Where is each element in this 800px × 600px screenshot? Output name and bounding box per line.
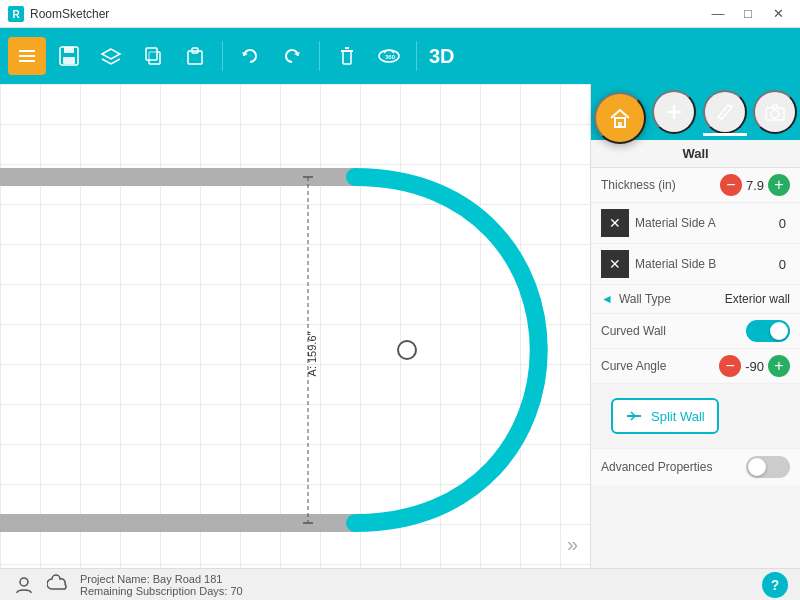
bottom-bar: Project Name: Bay Road 181 Remaining Sub…: [0, 568, 800, 600]
wall-type-value: Exterior wall: [725, 292, 790, 306]
svg-point-23: [398, 341, 416, 359]
main-area: A: 159.6" »: [0, 84, 800, 568]
cloud-button[interactable]: [46, 573, 70, 597]
3d-label: 3D: [429, 45, 455, 68]
svg-rect-28: [618, 122, 622, 127]
svg-text:360: 360: [385, 54, 396, 60]
user-button[interactable]: [12, 573, 36, 597]
separator-1: [222, 41, 223, 71]
svg-point-36: [20, 578, 28, 586]
curved-wall-toggle[interactable]: [746, 320, 790, 342]
split-wall-container: Split Wall: [591, 384, 800, 448]
material-a-icon: [601, 209, 629, 237]
curved-wall-toggle-thumb: [770, 322, 788, 340]
curve-angle-minus-button[interactable]: −: [719, 355, 741, 377]
curved-wall-row: Curved Wall: [591, 314, 800, 349]
panel-section-title: Wall: [591, 140, 800, 168]
redo-button[interactable]: [273, 37, 311, 75]
right-panel: Wall Thickness (in) − 7.9 + Material Sid…: [590, 84, 800, 568]
split-wall-button[interactable]: Split Wall: [611, 398, 719, 434]
grid-canvas: A: 159.6": [0, 84, 590, 568]
separator-2: [319, 41, 320, 71]
copy-button[interactable]: [134, 37, 172, 75]
layers-icon: [100, 45, 122, 67]
curve-angle-plus-button[interactable]: +: [768, 355, 790, 377]
add-icon: [663, 101, 685, 123]
curve-angle-label: Curve Angle: [601, 359, 719, 373]
minimize-button[interactable]: —: [704, 3, 732, 25]
material-b-row: Material Side B 0: [591, 244, 800, 285]
curve-angle-row: Curve Angle − -90 +: [591, 349, 800, 384]
undo-button[interactable]: [231, 37, 269, 75]
panel-tab-edit-container: [703, 90, 747, 134]
advanced-properties-row: Advanced Properties: [591, 448, 800, 485]
thickness-label: Thickness (in): [601, 178, 720, 192]
360-button[interactable]: 360: [370, 37, 408, 75]
svg-rect-19: [0, 168, 355, 186]
material-b-label: Material Side B: [635, 257, 775, 271]
project-info: Project Name: Bay Road 181 Remaining Sub…: [80, 573, 243, 597]
paste-icon: [184, 45, 206, 67]
material-b-value: 0: [779, 257, 786, 272]
svg-rect-2: [19, 50, 35, 52]
menu-icon: [17, 46, 37, 66]
title-bar: R RoomSketcher — □ ✕: [0, 0, 800, 28]
wall-type-row[interactable]: ◄ Wall Type Exterior wall: [591, 285, 800, 314]
maximize-button[interactable]: □: [734, 3, 762, 25]
save-icon: [58, 45, 80, 67]
layers-button[interactable]: [92, 37, 130, 75]
svg-rect-18: [0, 84, 590, 568]
project-name: Project Name: Bay Road 181: [80, 573, 243, 585]
advanced-label: Advanced Properties: [601, 460, 746, 474]
advanced-toggle-thumb: [748, 458, 766, 476]
toolbar: 360 3D: [0, 28, 800, 84]
save-button[interactable]: [50, 37, 88, 75]
svg-rect-21: [0, 514, 355, 532]
app-title: RoomSketcher: [30, 7, 109, 21]
help-button[interactable]: ?: [762, 572, 788, 598]
user-icon: [14, 575, 34, 595]
split-wall-label: Split Wall: [651, 409, 705, 424]
close-button[interactable]: ✕: [764, 3, 792, 25]
panel-tab-home[interactable]: [594, 92, 646, 144]
thickness-minus-button[interactable]: −: [720, 174, 742, 196]
material-a-row: Material Side A 0: [591, 203, 800, 244]
wall-type-label: Wall Type: [619, 292, 725, 306]
menu-button[interactable]: [8, 37, 46, 75]
copy-icon: [142, 45, 164, 67]
svg-line-31: [728, 105, 732, 107]
svg-rect-7: [63, 57, 75, 64]
thickness-value: 7.9: [746, 178, 764, 193]
svg-line-32: [718, 117, 722, 119]
cloud-icon: [47, 574, 69, 596]
svg-rect-3: [19, 55, 35, 57]
panel-tab-add[interactable]: [652, 90, 696, 134]
redo-icon: [281, 45, 303, 67]
panel-tab-camera[interactable]: [753, 90, 797, 134]
svg-rect-4: [19, 60, 35, 62]
material-a-label: Material Side A: [635, 216, 775, 230]
svg-rect-9: [146, 48, 157, 60]
panel-header: [591, 84, 800, 140]
subscription-days: Remaining Subscription Days: 70: [80, 585, 243, 597]
material-b-icon: [601, 250, 629, 278]
curve-angle-value: -90: [745, 359, 764, 374]
svg-point-34: [771, 110, 779, 118]
canvas-area[interactable]: A: 159.6" »: [0, 84, 590, 568]
delete-icon: [336, 45, 358, 67]
thickness-row: Thickness (in) − 7.9 +: [591, 168, 800, 203]
paste-button[interactable]: [176, 37, 214, 75]
active-tab-indicator: [703, 133, 747, 136]
curved-wall-label: Curved Wall: [601, 324, 746, 338]
bottom-left: Project Name: Bay Road 181 Remaining Sub…: [12, 573, 243, 597]
svg-rect-6: [64, 47, 74, 53]
advanced-toggle[interactable]: [746, 456, 790, 478]
title-bar-controls[interactable]: — □ ✕: [704, 3, 792, 25]
scroll-indicator[interactable]: »: [567, 533, 578, 556]
separator-3: [416, 41, 417, 71]
thickness-plus-button[interactable]: +: [768, 174, 790, 196]
app-logo-icon: R: [8, 6, 24, 22]
delete-button[interactable]: [328, 37, 366, 75]
panel-tab-edit[interactable]: [703, 90, 747, 134]
material-a-value: 0: [779, 216, 786, 231]
